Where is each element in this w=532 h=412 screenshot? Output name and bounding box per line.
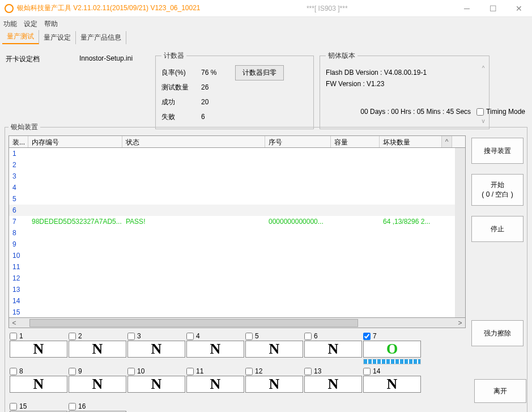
table-row[interactable]: 15	[9, 307, 465, 318]
elapsed-time: 00 Days : 00 Hrs : 05 Mins : 45 Secs	[360, 108, 471, 116]
slot-checkbox[interactable]	[186, 368, 194, 375]
slot-checkbox[interactable]	[69, 333, 76, 340]
slot: 15N	[10, 402, 67, 412]
table-row[interactable]: 9	[9, 239, 465, 250]
slot: 12N	[245, 367, 303, 400]
firmware-legend: 韧体版本	[326, 51, 357, 61]
slot: 7O	[363, 332, 421, 364]
table-body[interactable]: 123456798DEDED5D532327A7AD5...PASS!00000…	[8, 148, 466, 318]
minimize-button[interactable]: ─	[454, 0, 480, 17]
slot-number: 15	[19, 402, 27, 410]
table-row[interactable]: 6	[9, 205, 465, 216]
horizontal-scrollbar[interactable]: < >	[8, 318, 466, 328]
scroll-thumb[interactable]	[29, 319, 358, 327]
slot-number: 1	[19, 332, 23, 340]
slot-checkbox[interactable]	[245, 333, 253, 340]
maximize-button[interactable]: ☐	[480, 0, 506, 17]
titlebar: 银灿科技量产工具 V2.11.02.11(2015/09/21) V123_06…	[0, 0, 532, 17]
table-row[interactable]: 10	[9, 250, 465, 261]
row-number: 8	[9, 229, 28, 237]
search-devices-button[interactable]: 搜寻装置	[471, 138, 524, 164]
counter-reset-button[interactable]: 计数器归零	[235, 65, 284, 80]
slot: 10N	[127, 367, 185, 400]
row-number: 6	[9, 206, 28, 214]
cell-memory-id: 98DEDED5D532327A7AD5...	[28, 218, 122, 226]
slot-number: 8	[19, 367, 23, 375]
slot-status-box: N	[127, 376, 185, 393]
start-button[interactable]: 开始 ( 0 / 空白 )	[471, 174, 524, 206]
pass-value: 20	[201, 98, 235, 106]
col-memory-id[interactable]: 内存编号	[28, 136, 122, 147]
slot-number: 16	[78, 402, 86, 410]
row-number: 11	[9, 263, 28, 271]
scroll-up-icon[interactable]: ^	[442, 136, 452, 147]
table-row[interactable]: 2	[9, 159, 465, 171]
table-row[interactable]: 8	[9, 227, 465, 239]
col-serial[interactable]: 序号	[265, 136, 331, 147]
vertical-scrollbar[interactable]	[455, 148, 465, 317]
slot-status-box: N	[127, 341, 185, 358]
scroll-left-icon[interactable]: <	[9, 319, 19, 327]
slot-checkbox[interactable]	[186, 333, 194, 340]
scroll-right-icon[interactable]: >	[455, 319, 465, 327]
slot-checkbox[interactable]	[127, 368, 135, 375]
slot: 14N	[363, 367, 421, 400]
slot-checkbox[interactable]	[10, 333, 17, 340]
close-button[interactable]: ✕	[506, 0, 532, 17]
row-number: 1	[9, 150, 28, 158]
table-row[interactable]: 3	[9, 171, 465, 182]
table-row[interactable]: 14	[9, 295, 465, 307]
table-row[interactable]: 13	[9, 284, 465, 295]
slot-checkbox[interactable]	[363, 333, 371, 340]
slot-number: 9	[78, 367, 82, 375]
leave-button[interactable]: 离开	[474, 379, 526, 403]
slot: 16N	[69, 402, 126, 412]
table-row[interactable]: 4	[9, 182, 465, 193]
row-number: 14	[9, 297, 28, 305]
slot: 6N	[304, 332, 362, 364]
pass-label: 成功	[161, 97, 201, 107]
table-row[interactable]: 1	[9, 148, 465, 159]
slot-checkbox[interactable]	[10, 403, 17, 410]
table-row[interactable]: 5	[9, 193, 465, 205]
menu-help[interactable]: 帮助	[44, 19, 58, 29]
slot-progress	[363, 359, 421, 364]
row-number: 12	[9, 274, 28, 282]
timing-mode-checkbox[interactable]: Timing Mode	[476, 108, 525, 116]
slot-checkbox[interactable]	[69, 368, 76, 375]
fail-value: 6	[201, 113, 235, 121]
col-capacity[interactable]: 容量	[331, 136, 380, 147]
slot-checkbox[interactable]	[304, 368, 312, 375]
table-row[interactable]: 798DEDED5D532327A7AD5...PASS!00000000000…	[9, 216, 465, 227]
tested-label: 测试数量	[161, 83, 201, 92]
slot-status-box: N	[304, 341, 362, 358]
slot-checkbox[interactable]	[10, 368, 17, 375]
slot-number: 13	[314, 367, 321, 375]
erase-button[interactable]: 强力擦除	[471, 320, 524, 346]
table-row[interactable]: 11	[9, 261, 465, 273]
slot-checkbox[interactable]	[127, 333, 135, 340]
slot-checkbox[interactable]	[245, 368, 253, 375]
tested-value: 26	[201, 83, 235, 91]
col-device[interactable]: 装...	[9, 136, 28, 147]
slot-checkbox[interactable]	[363, 368, 371, 375]
table-row[interactable]: 12	[9, 273, 465, 284]
slot-checkbox[interactable]	[69, 403, 76, 410]
timing-mode-input[interactable]	[476, 108, 484, 116]
stop-button[interactable]: 停止	[471, 216, 524, 242]
slot: 11N	[186, 367, 244, 400]
counters-group: 计数器 良率(%) 76 % 计数器归零 测试数量 26 成功 20 失败 6	[155, 51, 314, 129]
tab-test[interactable]: 量产测试	[2, 30, 39, 44]
slot-number: 4	[196, 332, 200, 340]
slot-number: 2	[78, 332, 82, 340]
yield-label: 良率(%)	[161, 68, 201, 78]
col-state[interactable]: 状态	[122, 136, 265, 147]
slot-checkbox[interactable]	[304, 333, 312, 340]
tab-settings[interactable]: 量产设定	[39, 31, 76, 44]
card-setup-label: 开卡设定档	[6, 51, 40, 129]
slot-status-box: N	[69, 341, 126, 358]
tab-info[interactable]: 量产产品信息	[76, 31, 126, 44]
menu-settings[interactable]: 设定	[24, 19, 37, 29]
col-badblock[interactable]: 坏块数量	[380, 136, 442, 147]
menu-func[interactable]: 功能	[3, 19, 17, 29]
